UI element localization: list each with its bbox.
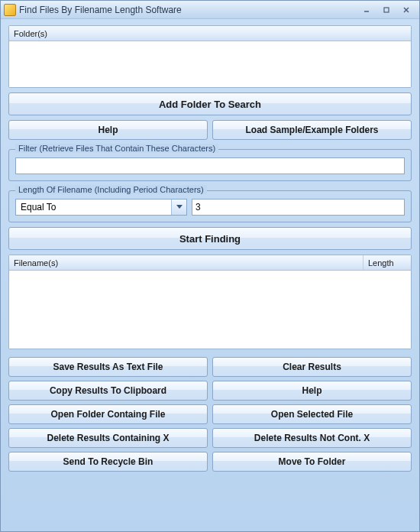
clear-results-button[interactable]: Clear Results	[212, 357, 412, 377]
results-body[interactable]	[9, 271, 411, 349]
open-selected-button[interactable]: Open Selected File	[212, 404, 412, 424]
window-controls	[357, 3, 416, 17]
results-listbox[interactable]: Filename(s) Length	[8, 255, 412, 349]
app-window: Find Files By Filename Length Software F…	[0, 0, 420, 532]
folders-body[interactable]	[9, 41, 411, 87]
btn-row-1: Save Results As Text File Clear Results	[8, 357, 412, 377]
folders-listbox[interactable]: Folder(s)	[8, 25, 412, 88]
add-folder-button[interactable]: Add Folder To Search	[8, 92, 412, 115]
help-button-bottom[interactable]: Help	[212, 381, 412, 401]
btn-row-5: Send To Recycle Bin Move To Folder	[8, 452, 412, 472]
length-group: Length Of Filename (Including Period Cha…	[8, 190, 412, 222]
results-col-filename[interactable]: Filename(s)	[9, 255, 363, 270]
delete-not-cont-button[interactable]: Delete Results Not Cont. X	[212, 428, 412, 448]
window-title: Find Files By Filename Length Software	[19, 5, 357, 15]
length-legend: Length Of Filename (Including Period Cha…	[15, 185, 207, 194]
btn-row-4: Delete Results Containing X Delete Resul…	[8, 428, 412, 448]
close-button[interactable]	[396, 3, 416, 17]
titlebar: Find Files By Filename Length Software	[1, 1, 419, 19]
results-col-length[interactable]: Length	[363, 255, 411, 270]
content-area: Folder(s) Add Folder To Search Help Load…	[1, 19, 419, 531]
help-sample-row: Help Load Sample/Example Folders	[8, 120, 412, 140]
length-value-input[interactable]	[192, 199, 405, 216]
results-header: Filename(s) Length	[9, 255, 411, 271]
minimize-button[interactable]	[357, 3, 376, 17]
start-finding-button[interactable]: Start Finding	[8, 227, 412, 250]
open-folder-button[interactable]: Open Folder Containg File	[8, 404, 208, 424]
copy-results-button[interactable]: Copy Results To Clipboard	[8, 381, 208, 401]
folders-header: Folder(s)	[9, 26, 411, 41]
svg-rect-1	[384, 8, 389, 12]
btn-row-2: Copy Results To Clipboard Help	[8, 381, 412, 401]
filter-group: Filter (Retrieve Files That Contain Thes…	[8, 149, 412, 181]
length-row	[15, 199, 405, 216]
maximize-button[interactable]	[376, 3, 396, 17]
move-button[interactable]: Move To Folder	[212, 452, 412, 472]
filter-legend: Filter (Retrieve Files That Contain Thes…	[15, 144, 218, 153]
save-results-button[interactable]: Save Results As Text File	[8, 357, 208, 377]
delete-containing-button[interactable]: Delete Results Containing X	[8, 428, 208, 448]
btn-row-3: Open Folder Containg File Open Selected …	[8, 404, 412, 424]
recycle-button[interactable]: Send To Recycle Bin	[8, 452, 208, 472]
load-sample-button[interactable]: Load Sample/Example Folders	[212, 120, 412, 140]
operator-combo-wrap	[15, 199, 187, 216]
help-button-top[interactable]: Help	[8, 120, 208, 140]
app-icon	[4, 4, 16, 16]
filter-input[interactable]	[15, 157, 405, 174]
folders-header-cell[interactable]: Folder(s)	[9, 26, 411, 41]
bottom-button-grid: Save Results As Text File Clear Results …	[8, 357, 412, 472]
operator-combobox[interactable]	[15, 199, 187, 216]
